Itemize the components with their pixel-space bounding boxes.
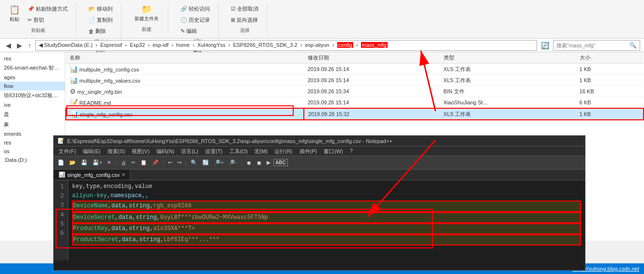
- tb-undo[interactable]: ↩: [166, 159, 174, 167]
- invert-icon: ⊞: [231, 17, 235, 23]
- table-row[interactable]: 📝 README.md 2019.09.26 15:14 XiaoShuJian…: [66, 97, 644, 109]
- menu-item-e[interactable]: 编辑(E): [80, 147, 104, 155]
- table-row[interactable]: 📊 multipule_mfg_config.csv 2019.09.26 15…: [66, 64, 644, 75]
- sidebar-item-stc32[interactable]: 组6310协议+stc32板…: [0, 90, 65, 101]
- notepad-tabs-bar: 📊 single_mfg_config.csv ✕: [54, 170, 585, 180]
- notepad-window: 📝 E:\Espressif\Esp32\esp-idf\home\XuHong…: [53, 135, 585, 271]
- notepad-titlebar: 📝 E:\Espressif\Esp32\esp-idf\home\XuHong…: [54, 136, 585, 146]
- copy-to-button[interactable]: 📄 复制到: [86, 15, 115, 25]
- tb-record[interactable]: ⏺: [244, 159, 254, 167]
- tb-print[interactable]: 🖨: [119, 159, 128, 167]
- select-all-icon: ☑: [231, 6, 236, 12]
- sidebar-item-res[interactable]: res: [0, 54, 65, 63]
- tb-abc[interactable]: ABC: [273, 159, 288, 166]
- sidebar-item-image[interactable]: 象: [0, 119, 65, 130]
- tb-cut[interactable]: ✂: [129, 159, 137, 167]
- notepad-menubar: 文件(F)编辑(E)搜索(S)视图(V)编码(N)语言(L)设置(T)工具(O)…: [54, 146, 585, 156]
- cut-icon: ✂: [28, 17, 32, 23]
- new-group: 📁 新建文件夹 新建: [129, 2, 168, 33]
- file-type: XLS 工作表: [440, 108, 576, 120]
- edit-icon: ✎: [180, 28, 185, 34]
- sidebar-item-ages[interactable]: ages: [0, 73, 65, 82]
- file-date: 2019.09.26 15:14: [304, 75, 440, 86]
- notepad-title-icon: 📝: [58, 138, 64, 144]
- select-all-button[interactable]: ☑ 全部取消: [228, 4, 261, 14]
- file-size: 6 KB: [576, 97, 644, 109]
- delete-icon: 🗑: [89, 29, 94, 34]
- notepad-title-text: E:\Espressif\Esp32\esp-idf\home\XuHongYs…: [67, 138, 392, 144]
- refresh-button[interactable]: 🔄: [539, 41, 551, 50]
- move-to-button[interactable]: 📂 移动到: [86, 4, 115, 14]
- history-button[interactable]: 🕐 历史记录: [178, 15, 212, 25]
- invert-selection-button[interactable]: ⊞ 反向选择: [228, 15, 261, 25]
- code-line-4: DeviceSecret,data,string,0uyLBf***zbwOUR…: [72, 212, 581, 223]
- menu-item-t[interactable]: 设置(T): [202, 147, 225, 155]
- tb-play[interactable]: ▶: [265, 159, 272, 167]
- menu-item-s[interactable]: 搜索(S): [105, 147, 128, 155]
- line-num-3: 3: [58, 201, 64, 210]
- tb-find[interactable]: 🔍: [189, 159, 199, 167]
- menu-item-v[interactable]: 视图(V): [129, 147, 152, 155]
- menu-item-l[interactable]: 语言(L): [178, 147, 201, 155]
- notepad-tab-file[interactable]: 📊 single_mfg_config.csv ✕: [54, 170, 131, 180]
- tb-redo[interactable]: ↪: [175, 159, 183, 167]
- col-date: 修改日期: [304, 52, 440, 64]
- tb-save-all[interactable]: 💾+: [90, 159, 104, 167]
- menu-item-r[interactable]: 运行(R): [271, 147, 295, 155]
- code-content[interactable]: key,type,encoding,valuealiyun-key,namesp…: [68, 180, 585, 260]
- cut-button[interactable]: ✂ 剪切: [25, 15, 70, 25]
- tb-replace[interactable]: 🔄: [200, 159, 211, 167]
- tb-save[interactable]: 💾: [79, 159, 90, 167]
- new-folder-button[interactable]: 📁 新建文件夹: [131, 2, 162, 24]
- tab-close-button[interactable]: ✕: [121, 172, 125, 177]
- line-num-1: 1: [58, 182, 64, 191]
- sidebar-item-flow[interactable]: flow: [0, 82, 65, 90]
- table-row[interactable]: 📊 multipule_mfg_values.csv 2019.09.26 15…: [66, 75, 644, 86]
- xls-icon: 📊: [70, 110, 78, 118]
- menu-item-o[interactable]: 工具(O): [226, 147, 251, 155]
- forward-button[interactable]: ▶: [15, 41, 24, 50]
- menu-item-[interactable]: ?: [347, 147, 356, 155]
- tb-stop[interactable]: ⏹: [255, 159, 264, 167]
- menu-item-p[interactable]: 插件(P): [297, 147, 320, 155]
- up-button[interactable]: ↑: [26, 41, 33, 50]
- menu-item-f[interactable]: 文件(F): [56, 147, 79, 155]
- back-button[interactable]: ◀: [4, 41, 13, 50]
- file-type: XiaoShuJiang St...: [440, 97, 576, 109]
- paste-shortcut-icon: 📌: [28, 6, 34, 12]
- tb-paste[interactable]: 📌: [150, 159, 161, 167]
- search-input[interactable]: [556, 43, 629, 48]
- tb-sep3: |: [185, 159, 187, 166]
- code-line-6: ProductSecret,data,string,Lbf6IEq***...*…: [72, 234, 581, 245]
- new-folder-icon: 📁: [141, 4, 152, 14]
- menu-item-m[interactable]: 宏(M): [252, 147, 271, 155]
- easy-access-button[interactable]: 🔗 轻松访问: [178, 4, 212, 14]
- file-name: README.md: [79, 100, 111, 106]
- paste-button[interactable]: 📋 粘贴: [6, 2, 23, 25]
- col-name: 名称: [66, 52, 304, 64]
- tb-new[interactable]: 📄: [56, 159, 66, 167]
- tb-copy[interactable]: 📋: [138, 159, 149, 167]
- tb-close[interactable]: ✕: [105, 159, 113, 167]
- address-path[interactable]: ◀ StudyDownData (E:) › Espressif › Esp32…: [35, 40, 537, 51]
- paste-shortcut-button[interactable]: 📌 粘贴快捷方式: [25, 4, 70, 14]
- file-size: 1 KB: [576, 75, 644, 86]
- table-row[interactable]: 📊 single_mfg_config.csv 2019.09.26 15:32…: [66, 108, 644, 120]
- delete-button[interactable]: 🗑 删除: [86, 26, 115, 36]
- table-row[interactable]: ⚙ my_single_mfg.bin 2019.09.26 15:34 BIN…: [66, 86, 644, 97]
- easy-access-icon: 🔗: [180, 6, 187, 12]
- menu-item-n[interactable]: 编码(N): [153, 147, 177, 155]
- sidebar-item-smart-wechat[interactable]: 266-smart-wechat-智…: [0, 63, 65, 73]
- sidebar-item-disk[interactable]: 盘: [0, 109, 65, 119]
- file-list-body: 📊 multipule_mfg_config.csv 2019.09.26 15…: [66, 64, 644, 120]
- move-icon: 📂: [89, 6, 95, 12]
- tb-zoom-in[interactable]: 🔎+: [212, 159, 225, 167]
- file-table: 名称 修改日期 类型 大小 📊 multipule_mfg_config.csv…: [65, 52, 644, 120]
- search-box[interactable]: 🔍: [553, 40, 640, 51]
- sidebar-item-ive[interactable]: ive: [0, 101, 65, 109]
- edit-button[interactable]: ✎ 编辑: [178, 26, 212, 36]
- tb-open[interactable]: 📂: [67, 159, 78, 167]
- code-line-2: aliyun-key,namespace,,: [72, 191, 581, 201]
- tb-zoom-out[interactable]: 🔎-: [226, 159, 239, 167]
- menu-item-w[interactable]: 窗口(W): [321, 147, 346, 155]
